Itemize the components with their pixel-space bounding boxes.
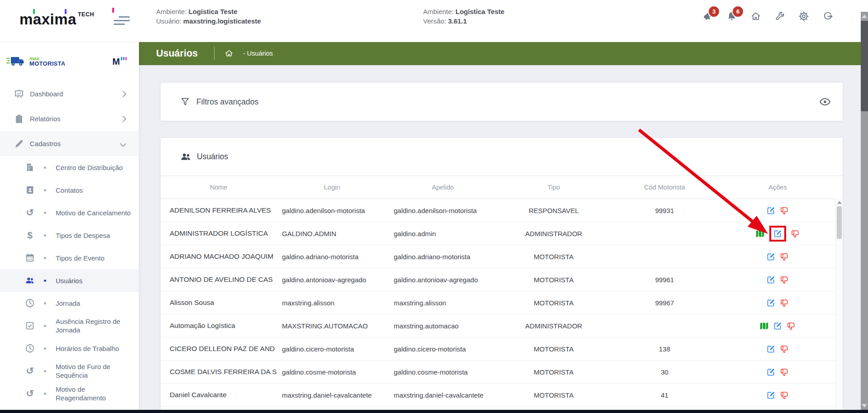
- sidebar-item-cadastros[interactable]: Cadastros: [0, 131, 139, 156]
- settings-gear-icon[interactable]: [798, 11, 809, 22]
- edit-action-icon[interactable]: [773, 321, 782, 331]
- bullet-dot: [44, 325, 46, 327]
- cell-apelido: galdino.cicero-motorista: [387, 345, 498, 353]
- edit-action-icon[interactable]: [773, 229, 782, 238]
- thumbs-down-action-icon[interactable]: [787, 321, 796, 331]
- sidebar-item-motivo-de-furo-de-sequencia[interactable]: ↺Motivo de Furo de Sequência: [0, 360, 139, 382]
- map-action-icon[interactable]: [755, 229, 765, 238]
- announcements-icon[interactable]: 3: [702, 11, 713, 22]
- sidebar-item-motivo-de-reagendamento[interactable]: ↺Motivo de Reagendamento: [0, 382, 139, 405]
- window-scrollbar-thumb[interactable]: [861, 21, 868, 111]
- sidebar-item-tipos-de-despesa[interactable]: $Tipos de Despesa: [0, 224, 139, 247]
- chevron-right-icon: [120, 90, 126, 97]
- table-scrollbar-thumb[interactable]: [837, 206, 842, 239]
- sidebar-item-motivo-de-cancelamento[interactable]: ↺Motivo de Cancelamento: [0, 201, 139, 224]
- cell-acoes: [720, 344, 835, 354]
- cell-nome: Daniel Cavalcante: [161, 391, 277, 399]
- eye-visibility-icon[interactable]: [819, 96, 831, 108]
- sidebar-toggle-icon[interactable]: [114, 16, 130, 26]
- edit-action-icon[interactable]: [766, 367, 776, 377]
- thumbs-down-action-icon[interactable]: [780, 275, 789, 285]
- advanced-filters-panel[interactable]: Filtros avançados: [161, 83, 843, 121]
- sidebar-item-label: Horários de Trabalho: [56, 344, 134, 353]
- sidebar-item-dashboard[interactable]: Dashboard: [0, 81, 139, 106]
- scroll-up-arrow-icon[interactable]: [837, 201, 842, 204]
- edit-action-icon[interactable]: [766, 344, 776, 354]
- edit-action-icon[interactable]: [766, 275, 776, 285]
- cell-nome: ADENILSON FERREIRA ALVES: [161, 206, 277, 214]
- cell-login: MAXSTRING.AUTOMACAO: [277, 322, 387, 330]
- column-header-login: Login: [277, 184, 387, 191]
- cell-login: GALDINO.ADMIN: [277, 230, 387, 237]
- thumbs-down-action-icon[interactable]: [791, 229, 800, 238]
- thumbs-down-action-icon[interactable]: [780, 367, 789, 377]
- mini-tick-blue: [121, 57, 122, 60]
- cell-nome: ADRIANO MACHADO JOAQUIM: [161, 252, 277, 261]
- window-scroll-down-arrow-icon[interactable]: [862, 404, 867, 408]
- edit-action-icon[interactable]: [766, 298, 776, 308]
- contact-card-icon: [25, 185, 35, 195]
- clock-icon: [25, 343, 35, 353]
- column-header-cod-motorista: Cód Motorista: [609, 184, 720, 191]
- chart-easel-icon: [14, 89, 24, 100]
- cell-acoes: [720, 367, 835, 377]
- thumbs-down-action-icon[interactable]: [780, 252, 789, 261]
- environment-info-left: Ambiente:Logística Teste Usuário:maxstri…: [156, 7, 261, 26]
- cell-acoes: [720, 275, 835, 285]
- cell-tipo: ADMINISTRADOR: [498, 322, 609, 330]
- sidebar-item-label: Motivo de Reagendamento: [56, 385, 134, 402]
- breadcrumb-home-icon[interactable]: [224, 49, 234, 58]
- dollar-icon: $: [25, 230, 35, 240]
- cell-cod-motorista: 99967: [609, 299, 720, 307]
- thumbs-down-action-icon[interactable]: [780, 298, 789, 308]
- sidebar-item-tipos-de-evento[interactable]: Tipos de Evento: [0, 247, 139, 269]
- cell-apelido: maxstring.alisson: [387, 299, 498, 307]
- cell-login: galdino.cicero-motorista: [277, 345, 387, 353]
- versao-value: 3.61.1: [448, 17, 467, 25]
- usuario-value: maxstring.logisticateste: [183, 17, 261, 25]
- thumbs-down-action-icon[interactable]: [780, 206, 789, 215]
- map-action-icon[interactable]: [759, 321, 769, 331]
- chevron-down-icon: [120, 140, 126, 147]
- announcements-count-badge[interactable]: 3: [708, 5, 720, 18]
- sidebar-item-usuarios[interactable]: Usuários: [0, 269, 139, 292]
- edit-action-icon[interactable]: [766, 390, 776, 400]
- table-scrollbar[interactable]: [835, 198, 843, 413]
- table-row: CICERO DELLEON PAZ DE ANDgaldino.cicero-…: [161, 337, 843, 361]
- pencil-icon: [14, 138, 24, 149]
- ambiente-label: Ambiente:: [423, 8, 454, 15]
- ambiente-value: Logística Teste: [456, 8, 505, 15]
- sidebar-item-relatorios[interactable]: Relatórios: [0, 106, 139, 131]
- sidebar-item-contatos[interactable]: Contatos: [0, 179, 139, 201]
- edit-action-icon[interactable]: [766, 206, 776, 215]
- thumbs-down-action-icon[interactable]: [780, 344, 789, 354]
- table-row: Daniel Cavalcantemaxstring.daniel-cavalc…: [161, 384, 843, 407]
- window-scroll-up-arrow-icon[interactable]: [862, 14, 867, 18]
- notifications-bell-icon[interactable]: 6: [726, 11, 737, 22]
- edit-action-icon[interactable]: [766, 252, 776, 261]
- cell-apelido: galdino.cosme-motorista: [387, 368, 498, 376]
- sidebar-item-label: Tipos de Evento: [56, 254, 134, 262]
- window-scrollbar[interactable]: [861, 0, 868, 413]
- home-icon[interactable]: [750, 11, 761, 22]
- sidebar-item-horarios-de-trabalho[interactable]: Horários de Trabalho: [0, 337, 139, 360]
- cell-acoes: [720, 390, 835, 400]
- bottom-edge-strip: [0, 410, 868, 413]
- calendar-icon: [25, 253, 35, 263]
- thumbs-down-action-icon[interactable]: [780, 390, 789, 400]
- users-people-icon: [180, 151, 191, 162]
- logo-text: maxima: [19, 11, 76, 28]
- mini-m-letter: M: [112, 57, 120, 66]
- logout-icon[interactable]: [822, 11, 833, 22]
- cell-acoes: [720, 298, 835, 308]
- notifications-count-badge[interactable]: 6: [732, 5, 744, 18]
- cell-acoes: [720, 226, 835, 242]
- cell-tipo: MOTORISTA: [498, 253, 609, 261]
- sidebar-item-jornada[interactable]: Jornada: [0, 292, 139, 314]
- page-title-bar: Usuários - Usuários: [139, 42, 861, 65]
- tools-wrench-icon[interactable]: [774, 11, 785, 22]
- cell-acoes: [720, 252, 835, 261]
- logo-tick-green: [33, 9, 35, 14]
- sidebar-item-centro-de-distribuicao[interactable]: Centro de Distribuição: [0, 156, 139, 179]
- sidebar-item-ausencia-registro-de-jornada[interactable]: Ausência Registro de Jornada: [0, 314, 139, 337]
